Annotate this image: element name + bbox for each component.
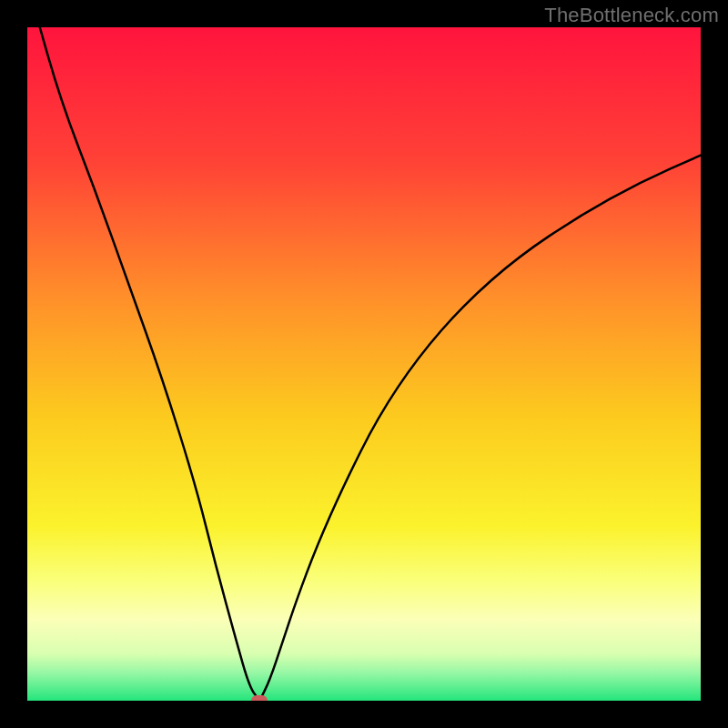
background-gradient: [27, 27, 701, 701]
chart-frame: TheBottleneck.com: [0, 0, 728, 728]
watermark-text: TheBottleneck.com: [544, 4, 719, 27]
plot-area: [27, 27, 701, 701]
optimal-point-marker: [251, 695, 268, 701]
chart-svg: [27, 27, 701, 701]
